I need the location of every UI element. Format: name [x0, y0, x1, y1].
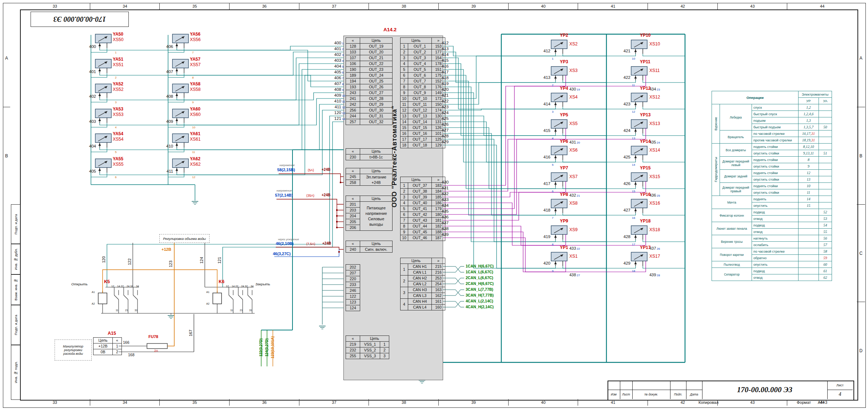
wire-seq: 23 — [657, 88, 660, 91]
wire-seq: 27 — [577, 274, 580, 277]
fuse-ref: FU78 — [148, 334, 158, 339]
valve-name: YP3 — [560, 59, 568, 64]
wire-label: 124(3,27D) — [265, 338, 269, 357]
wire-seq: 7 — [552, 216, 553, 220]
titleblock-cell — [608, 381, 620, 390]
contact-num: 21 — [125, 309, 128, 311]
cell: OUT_12 — [408, 108, 432, 113]
wire-seq: 17 — [632, 243, 635, 246]
volt-label: +24В — [322, 193, 330, 197]
ruler-top-cell: 44 — [787, 3, 857, 9]
ops-sub-label: Мачта — [712, 196, 752, 209]
callout-text: Манипулятор — [63, 345, 83, 348]
wire-seq: 26 — [657, 247, 660, 250]
valve-name: YP10 — [640, 33, 650, 38]
cell: VSS_3 — [360, 353, 380, 359]
cell: OUT_15 — [408, 125, 432, 131]
relay-name: K5 — [104, 279, 110, 284]
vss-table: «Цепь219VSS_11232VSS_22255VSS_33 — [346, 335, 389, 359]
ruler-top-cell: 39 — [438, 3, 509, 9]
ops-ur — [799, 229, 819, 235]
wire-label: 419 — [530, 234, 550, 239]
cell: « — [113, 338, 122, 343]
valve-connector: XS50 — [113, 37, 123, 42]
wire-seq: 21 — [577, 194, 580, 197]
ground-pin: 233 — [346, 282, 360, 288]
ruler-top-cell: 35 — [159, 3, 230, 9]
valve-name: YA58 — [190, 81, 200, 87]
wire-seq: 2 — [115, 76, 116, 79]
wire-label: 429 — [610, 261, 630, 265]
contact-num: 11 — [116, 309, 118, 311]
pin-number: 242 — [346, 102, 360, 108]
cell: OUT_10 — [408, 96, 432, 102]
ops-ua — [819, 163, 832, 170]
ops-ur: 1,3,5,7 — [799, 124, 819, 130]
pin-number: 256 — [346, 108, 360, 113]
wire-label-box: 124 — [199, 249, 204, 271]
ops-operation: обратно — [752, 255, 799, 261]
titleblock-cell: Подп. — [670, 390, 686, 399]
valve-name: YA52 — [113, 81, 123, 87]
valve-name: YP11 — [640, 59, 650, 64]
ruler-bottom-cell: 33 — [20, 399, 90, 406]
pin-number: 190 — [346, 67, 360, 73]
net-name: OUT_29 — [360, 102, 393, 108]
wire-seq: 20 — [577, 141, 580, 144]
valve-name: YP8 — [560, 192, 568, 197]
ur-value: 1,3 — [806, 118, 811, 122]
wire-seq: 14 — [632, 163, 635, 166]
wire-seq: 5 — [552, 163, 553, 166]
valve-name: YP9 — [560, 218, 568, 224]
valve-name: YA54 — [113, 131, 123, 136]
wire-label: 412 — [530, 49, 550, 53]
can-label: 2CAN_H(6,67С) — [466, 281, 494, 286]
valve-connector: XS11 — [649, 68, 660, 73]
wire-seq: 6 — [115, 176, 116, 179]
wire-label: 414 — [442, 52, 449, 57]
ops-operation: опустить стойки — [752, 176, 799, 183]
valve-connector: XS56 — [190, 37, 200, 42]
ground-pin: 207 — [346, 270, 360, 276]
cell: OUT_16 — [408, 131, 432, 137]
ruler-bottom-cell: 40 — [508, 399, 578, 406]
seq-number: 3 — [401, 55, 408, 61]
ops-ur — [799, 235, 819, 242]
valve-name: YA53 — [113, 106, 123, 112]
wire-seq: 7 — [192, 51, 194, 54]
connector-symbol: « — [346, 38, 360, 44]
net-line: Питающее — [361, 205, 391, 211]
cell: 162 — [432, 293, 445, 299]
ops-operation: спуск — [752, 104, 799, 111]
wire-seq: 12 — [192, 176, 195, 179]
cell: Цепь — [401, 177, 432, 183]
cell: » — [432, 258, 445, 264]
cell: CAN H2 — [408, 276, 432, 281]
wire-seq: 2 — [552, 84, 553, 87]
ops-subheader: УА — [819, 98, 832, 104]
ops-ua: 61 — [819, 268, 832, 274]
wire-label: 431 — [569, 140, 576, 144]
callout-box: Манипуляторрегулировкирасхода воды — [55, 339, 92, 361]
cell: OUT_7 — [408, 79, 432, 84]
valve-connector: XS54 — [113, 137, 123, 142]
valve-connector: XS17 — [649, 254, 660, 259]
can-label: 1CAN_L(6,67С) — [466, 270, 493, 274]
cell: Цепь — [401, 38, 432, 44]
wire-label: 438 — [569, 273, 576, 277]
wire-label: 424 — [610, 128, 630, 133]
wire-label: 408 — [152, 94, 173, 99]
wire-label: 430 — [442, 180, 449, 184]
cell: OUT_44 — [408, 224, 432, 229]
row-letter: C — [857, 204, 865, 302]
wire2-label-group: 43322 — [569, 246, 580, 250]
cell: 232 — [346, 347, 360, 353]
valve-connector: XS58 — [190, 87, 200, 92]
ops-ur: 12 — [799, 170, 819, 176]
wire2-label-group: 43120 — [569, 140, 580, 144]
net-line: напряжение — [361, 211, 391, 216]
wire-seq: 6 — [342, 71, 343, 74]
wire-label: 166 — [123, 340, 130, 345]
ur-value: 15 — [807, 204, 811, 208]
wire-seq: 11 — [342, 100, 345, 103]
